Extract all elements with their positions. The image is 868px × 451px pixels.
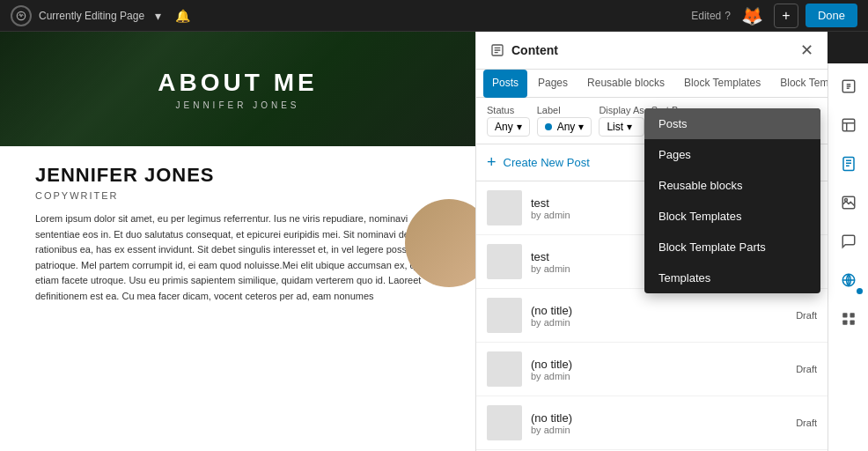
save-label: Edited ? (691, 10, 731, 22)
chevron-down-icon: ▾ (627, 121, 632, 133)
globe-icon[interactable] (833, 264, 864, 296)
post-author: by admin (531, 425, 787, 435)
post-status: Draft (796, 310, 817, 321)
top-bar-right: Edited ? 🦊 + Done (691, 2, 857, 30)
editing-label: Currently Editing Page (39, 10, 144, 22)
post-title: (no title) (531, 304, 787, 317)
post-author: by admin (531, 317, 787, 328)
post-info: (no title) by admin (531, 304, 787, 328)
post-status: Draft (796, 364, 817, 374)
svg-rect-8 (842, 313, 847, 317)
status-filter-group: Status Any ▾ (487, 105, 530, 137)
post-thumbnail (487, 298, 522, 333)
post-item[interactable]: (no title) by admin Draft (476, 396, 828, 450)
svg-rect-10 (842, 321, 847, 325)
content-body: Lorem ipsum dolor sit amet, eu per legim… (35, 211, 440, 305)
content-role: COPYWRITER (35, 190, 440, 201)
add-button[interactable]: + (774, 4, 798, 28)
display-filter-select[interactable]: List ▾ (599, 117, 644, 137)
panel-header: Content ✕ (476, 32, 828, 70)
dropdown-item-reusable-blocks[interactable]: Reusable blocks (644, 170, 820, 201)
chevron-down-icon: ▾ (578, 121, 584, 133)
dropdown-item-block-templates[interactable]: Block Templates (644, 201, 820, 232)
hero-title: ABOUT ME (158, 69, 317, 97)
create-plus-icon: + (487, 153, 497, 172)
post-title: (no title) (531, 358, 787, 371)
svg-rect-3 (842, 119, 855, 131)
display-filter-group: Display As List ▾ (599, 105, 644, 137)
chevron-down-icon[interactable]: ▾ (151, 5, 165, 26)
dropdown-item-block-template-parts[interactable]: Block Template Parts (644, 232, 820, 262)
display-filter-label: Display As (599, 105, 644, 115)
publish-button[interactable]: Done (805, 4, 857, 27)
post-thumbnail (487, 190, 522, 226)
tab-posts[interactable]: Posts (483, 70, 527, 98)
post-info: (no title) by admin (531, 411, 787, 435)
tab-pages[interactable]: Pages (529, 70, 577, 98)
content-section: JENNIFER JONES COPYWRITER Lorem ipsum do… (0, 146, 475, 322)
post-author: by admin (531, 371, 787, 381)
post-item[interactable]: (no title) by admin Draft (476, 289, 828, 343)
apps-icon[interactable] (833, 303, 864, 335)
tabs-row: Posts Pages Reusable blocks Block Templa… (476, 70, 828, 98)
tab-block-templates[interactable]: Block Templates (675, 70, 769, 98)
tab-reusable-blocks[interactable]: Reusable blocks (578, 70, 673, 98)
top-bar-left: Currently Editing Page ▾ 🔔 (11, 5, 194, 26)
panel-close-button[interactable]: ✕ (800, 42, 813, 58)
post-info: (no title) by admin (531, 358, 787, 381)
image-icon[interactable] (833, 187, 864, 218)
post-thumbnail (487, 351, 522, 387)
tabs-dropdown-menu: Posts Pages Reusable blocks Block Templa… (644, 108, 820, 293)
post-thumbnail (487, 244, 522, 279)
svg-rect-9 (850, 313, 854, 317)
create-label: Create New Post (504, 156, 590, 169)
notifications-icon[interactable]: 🔔 (172, 5, 194, 26)
panel-title: Content (490, 43, 558, 57)
post-status: Draft (796, 418, 817, 428)
status-filter-label: Status (487, 105, 530, 115)
comment-icon[interactable] (833, 226, 864, 257)
chevron-down-icon: ▾ (517, 121, 522, 133)
label-filter-select[interactable]: Any ▾ (537, 117, 592, 137)
dropdown-item-posts[interactable]: Posts (644, 108, 820, 139)
wp-logo-icon (11, 5, 32, 26)
label-filter-label: Label (537, 105, 592, 115)
info-icon[interactable] (833, 70, 864, 102)
content-name: JENNIFER JONES (35, 164, 440, 187)
canvas: ABOUT ME JENNIFER JONES JENNIFER JONES C… (0, 32, 868, 451)
content-panel: Content ✕ Posts Pages Reusable blocks Bl… (475, 32, 828, 451)
status-filter-select[interactable]: Any ▾ (487, 117, 530, 137)
help-icon[interactable]: ? (725, 10, 731, 22)
post-thumbnail (487, 405, 522, 440)
page-preview: ABOUT ME JENNIFER JONES JENNIFER JONES C… (0, 32, 475, 451)
page-icon[interactable] (833, 148, 864, 180)
template-icon[interactable] (833, 109, 864, 141)
hero-section: ABOUT ME JENNIFER JONES (0, 32, 475, 146)
content-icon (490, 43, 504, 57)
post-title: (no title) (531, 411, 787, 425)
svg-rect-11 (850, 321, 854, 325)
avatar-icon[interactable]: 🦊 (738, 2, 767, 30)
hero-subtitle: JENNIFER JONES (175, 100, 299, 110)
post-item[interactable]: (no title) by admin Draft (476, 343, 828, 396)
dropdown-item-pages[interactable]: Pages (644, 139, 820, 170)
top-bar: Currently Editing Page ▾ 🔔 Edited ? 🦊 + … (0, 0, 868, 32)
dropdown-item-templates[interactable]: Templates (644, 262, 820, 293)
radio-indicator (545, 123, 552, 130)
label-filter-group: Label Any ▾ (537, 105, 592, 137)
right-icon-bar (828, 63, 868, 451)
